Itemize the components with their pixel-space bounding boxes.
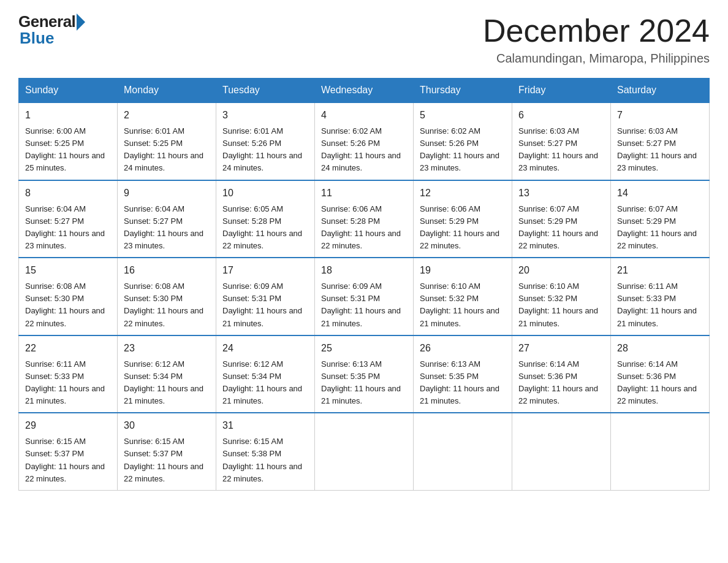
weekday-header-monday: Monday <box>118 79 216 103</box>
calendar-day-cell: 7 Sunrise: 6:03 AMSunset: 5:27 PMDayligh… <box>611 102 710 180</box>
calendar-empty-cell <box>414 413 512 490</box>
weekday-header-tuesday: Tuesday <box>216 79 315 103</box>
day-number: 11 <box>321 186 407 201</box>
day-info: Sunrise: 6:08 AMSunset: 5:30 PMDaylight:… <box>124 282 203 327</box>
calendar-empty-cell <box>512 413 611 490</box>
day-info: Sunrise: 6:01 AMSunset: 5:25 PMDaylight:… <box>124 126 203 172</box>
calendar-day-cell: 25 Sunrise: 6:13 AMSunset: 5:35 PMDaylig… <box>315 335 414 413</box>
calendar-day-cell: 30 Sunrise: 6:15 AMSunset: 5:37 PMDaylig… <box>118 413 216 490</box>
calendar-day-cell: 11 Sunrise: 6:06 AMSunset: 5:28 PMDaylig… <box>315 180 414 258</box>
calendar-day-cell: 3 Sunrise: 6:01 AMSunset: 5:26 PMDayligh… <box>216 102 315 180</box>
day-number: 14 <box>617 186 703 201</box>
day-number: 1 <box>25 108 111 123</box>
day-number: 27 <box>518 341 604 356</box>
day-info: Sunrise: 6:10 AMSunset: 5:32 PMDaylight:… <box>518 282 598 327</box>
day-number: 13 <box>518 186 604 201</box>
calendar-day-cell: 6 Sunrise: 6:03 AMSunset: 5:27 PMDayligh… <box>512 102 611 180</box>
calendar-day-cell: 23 Sunrise: 6:12 AMSunset: 5:34 PMDaylig… <box>118 335 216 413</box>
day-info: Sunrise: 6:09 AMSunset: 5:31 PMDaylight:… <box>321 282 401 327</box>
day-number: 30 <box>124 418 210 433</box>
day-number: 17 <box>222 263 308 278</box>
day-number: 22 <box>25 341 111 356</box>
day-number: 8 <box>25 186 111 201</box>
day-number: 26 <box>420 341 506 356</box>
day-number: 28 <box>617 341 703 356</box>
calendar-day-cell: 12 Sunrise: 6:06 AMSunset: 5:29 PMDaylig… <box>414 180 512 258</box>
day-info: Sunrise: 6:00 AMSunset: 5:25 PMDaylight:… <box>25 126 105 172</box>
calendar-day-cell: 4 Sunrise: 6:02 AMSunset: 5:26 PMDayligh… <box>315 102 414 180</box>
day-number: 15 <box>25 263 111 278</box>
day-info: Sunrise: 6:04 AMSunset: 5:27 PMDaylight:… <box>124 204 203 250</box>
day-info: Sunrise: 6:13 AMSunset: 5:35 PMDaylight:… <box>420 359 499 405</box>
weekday-header-saturday: Saturday <box>611 79 710 103</box>
day-number: 20 <box>518 263 604 278</box>
calendar-header-row: SundayMondayTuesdayWednesdayThursdayFrid… <box>19 79 710 103</box>
calendar-day-cell: 29 Sunrise: 6:15 AMSunset: 5:37 PMDaylig… <box>19 413 118 490</box>
calendar-day-cell: 17 Sunrise: 6:09 AMSunset: 5:31 PMDaylig… <box>216 258 315 335</box>
day-info: Sunrise: 6:03 AMSunset: 5:27 PMDaylight:… <box>617 126 697 172</box>
calendar-day-cell: 13 Sunrise: 6:07 AMSunset: 5:29 PMDaylig… <box>512 180 611 258</box>
calendar-day-cell: 2 Sunrise: 6:01 AMSunset: 5:25 PMDayligh… <box>118 102 216 180</box>
day-number: 19 <box>420 263 506 278</box>
calendar-day-cell: 26 Sunrise: 6:13 AMSunset: 5:35 PMDaylig… <box>414 335 512 413</box>
day-info: Sunrise: 6:14 AMSunset: 5:36 PMDaylight:… <box>617 359 697 405</box>
day-info: Sunrise: 6:15 AMSunset: 5:38 PMDaylight:… <box>222 437 302 483</box>
day-info: Sunrise: 6:13 AMSunset: 5:35 PMDaylight:… <box>321 359 401 405</box>
day-info: Sunrise: 6:06 AMSunset: 5:28 PMDaylight:… <box>321 204 401 250</box>
calendar-day-cell: 27 Sunrise: 6:14 AMSunset: 5:36 PMDaylig… <box>512 335 611 413</box>
day-number: 10 <box>222 186 308 201</box>
day-info: Sunrise: 6:15 AMSunset: 5:37 PMDaylight:… <box>25 437 105 483</box>
day-number: 2 <box>124 108 210 123</box>
calendar-day-cell: 24 Sunrise: 6:12 AMSunset: 5:34 PMDaylig… <box>216 335 315 413</box>
weekday-header-wednesday: Wednesday <box>315 79 414 103</box>
calendar-table: SundayMondayTuesdayWednesdayThursdayFrid… <box>18 78 710 491</box>
logo: General Blue <box>18 12 85 48</box>
calendar-day-cell: 20 Sunrise: 6:10 AMSunset: 5:32 PMDaylig… <box>512 258 611 335</box>
day-info: Sunrise: 6:07 AMSunset: 5:29 PMDaylight:… <box>617 204 697 250</box>
logo-arrow-icon <box>77 13 85 31</box>
logo-blue-text: Blue <box>20 29 54 48</box>
day-number: 6 <box>518 108 604 123</box>
calendar-day-cell: 9 Sunrise: 6:04 AMSunset: 5:27 PMDayligh… <box>118 180 216 258</box>
calendar-day-cell: 19 Sunrise: 6:10 AMSunset: 5:32 PMDaylig… <box>414 258 512 335</box>
day-number: 7 <box>617 108 703 123</box>
calendar-day-cell: 18 Sunrise: 6:09 AMSunset: 5:31 PMDaylig… <box>315 258 414 335</box>
day-number: 21 <box>617 263 703 278</box>
calendar-week-row: 22 Sunrise: 6:11 AMSunset: 5:33 PMDaylig… <box>19 335 710 413</box>
day-info: Sunrise: 6:08 AMSunset: 5:30 PMDaylight:… <box>25 282 105 327</box>
calendar-empty-cell <box>611 413 710 490</box>
calendar-day-cell: 8 Sunrise: 6:04 AMSunset: 5:27 PMDayligh… <box>19 180 118 258</box>
day-number: 12 <box>420 186 506 201</box>
day-info: Sunrise: 6:12 AMSunset: 5:34 PMDaylight:… <box>124 359 203 405</box>
calendar-week-row: 29 Sunrise: 6:15 AMSunset: 5:37 PMDaylig… <box>19 413 710 490</box>
day-number: 24 <box>222 341 308 356</box>
day-number: 31 <box>222 418 308 433</box>
day-info: Sunrise: 6:02 AMSunset: 5:26 PMDaylight:… <box>420 126 499 172</box>
calendar-day-cell: 1 Sunrise: 6:00 AMSunset: 5:25 PMDayligh… <box>19 102 118 180</box>
calendar-day-cell: 22 Sunrise: 6:11 AMSunset: 5:33 PMDaylig… <box>19 335 118 413</box>
calendar-week-row: 1 Sunrise: 6:00 AMSunset: 5:25 PMDayligh… <box>19 102 710 180</box>
day-info: Sunrise: 6:12 AMSunset: 5:34 PMDaylight:… <box>222 359 302 405</box>
day-info: Sunrise: 6:09 AMSunset: 5:31 PMDaylight:… <box>222 282 302 327</box>
day-info: Sunrise: 6:07 AMSunset: 5:29 PMDaylight:… <box>518 204 598 250</box>
calendar-day-cell: 21 Sunrise: 6:11 AMSunset: 5:33 PMDaylig… <box>611 258 710 335</box>
day-number: 29 <box>25 418 111 433</box>
calendar-day-cell: 16 Sunrise: 6:08 AMSunset: 5:30 PMDaylig… <box>118 258 216 335</box>
day-info: Sunrise: 6:03 AMSunset: 5:27 PMDaylight:… <box>518 126 598 172</box>
day-number: 5 <box>420 108 506 123</box>
calendar-day-cell: 10 Sunrise: 6:05 AMSunset: 5:28 PMDaylig… <box>216 180 315 258</box>
day-info: Sunrise: 6:02 AMSunset: 5:26 PMDaylight:… <box>321 126 401 172</box>
day-info: Sunrise: 6:04 AMSunset: 5:27 PMDaylight:… <box>25 204 105 250</box>
calendar-empty-cell <box>315 413 414 490</box>
weekday-header-sunday: Sunday <box>19 79 118 103</box>
day-number: 18 <box>321 263 407 278</box>
calendar-day-cell: 14 Sunrise: 6:07 AMSunset: 5:29 PMDaylig… <box>611 180 710 258</box>
weekday-header-thursday: Thursday <box>414 79 512 103</box>
calendar-week-row: 15 Sunrise: 6:08 AMSunset: 5:30 PMDaylig… <box>19 258 710 335</box>
page-header: General Blue December 2024 Calamundingan… <box>18 12 710 66</box>
day-info: Sunrise: 6:11 AMSunset: 5:33 PMDaylight:… <box>25 359 105 405</box>
day-number: 4 <box>321 108 407 123</box>
day-number: 23 <box>124 341 210 356</box>
location-subtitle: Calamundingan, Mimaropa, Philippines <box>483 52 710 66</box>
day-info: Sunrise: 6:11 AMSunset: 5:33 PMDaylight:… <box>617 282 697 327</box>
